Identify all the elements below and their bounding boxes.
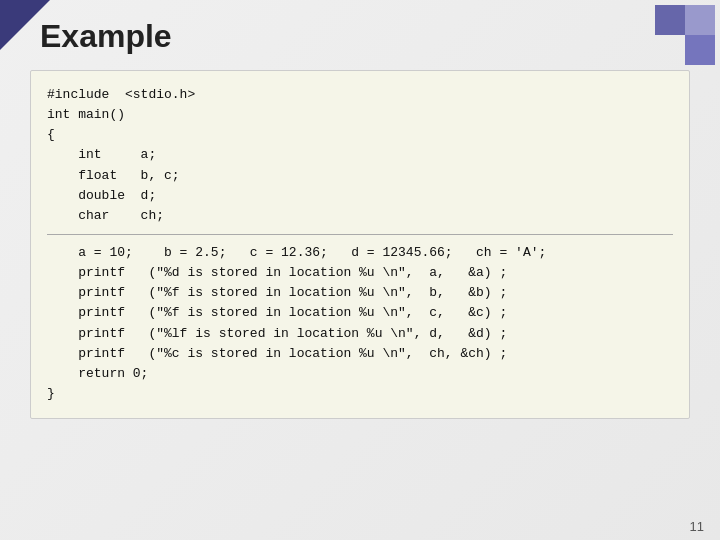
code-declarations: int a; float b, c; double d; char ch; (47, 145, 673, 226)
page-number: 11 (690, 519, 704, 534)
page-title: Example (0, 0, 720, 65)
bg-decoration-square2 (685, 5, 715, 35)
code-divider (47, 234, 673, 235)
code-block1: #include <stdio.h> int main() { (47, 85, 673, 145)
bg-decoration-square1 (655, 5, 685, 35)
code-block: #include <stdio.h> int main() { int a; f… (30, 70, 690, 419)
code-block2: a = 10; b = 2.5; c = 12.36; d = 12345.66… (47, 243, 673, 404)
bg-decoration-square3 (685, 35, 715, 65)
